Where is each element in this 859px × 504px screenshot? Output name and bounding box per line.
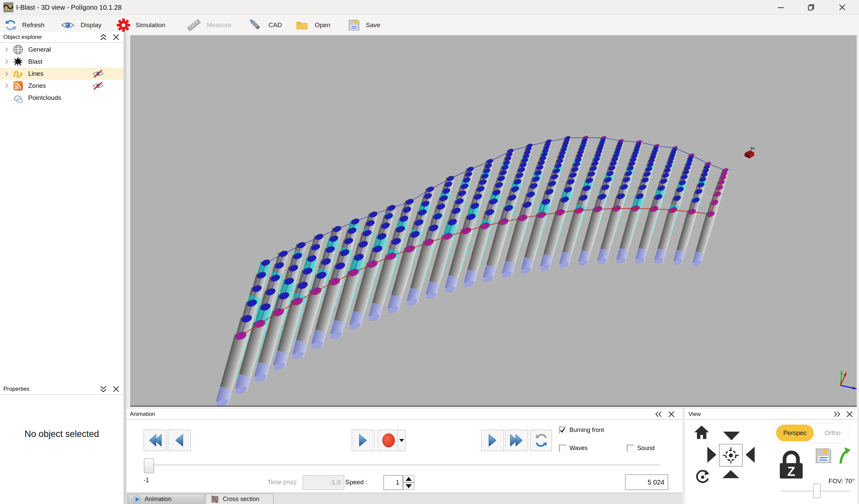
center-view-button[interactable] [719,444,742,467]
time-field[interactable]: -1.0 [303,475,344,490]
collapse-left-icon[interactable] [655,411,663,418]
pan-up-button[interactable] [722,470,739,478]
expand-panel-icon[interactable] [99,386,107,392]
stepper-down-button[interactable] [403,483,415,490]
counter-value: 5 024 [648,478,664,486]
tab-label: Animation [145,495,171,503]
tab-animation[interactable]: Animation [127,493,205,504]
down-arrow-icon [406,484,412,488]
pan-down-button[interactable] [723,431,740,440]
sound-checkbox[interactable]: Sound [627,445,655,452]
sidebar-item-label: Zones [28,82,46,90]
speed-field[interactable]: 1 [383,475,403,490]
expand-chevron-icon[interactable] [4,59,10,64]
zones-icon [13,80,24,91]
tab-cross-section[interactable]: Cross section [206,493,273,504]
fov-thumb[interactable] [813,484,820,498]
ortho-button[interactable]: Ortho [818,425,847,441]
timeline-thumb[interactable] [144,458,154,473]
object-explorer-title: Object explorer [3,34,42,41]
minimize-button[interactable] [771,0,791,15]
sidebar-item-lines[interactable]: Lines [0,68,123,80]
refresh-icon [5,19,17,31]
record-button[interactable] [377,430,406,451]
expand-chevron-icon[interactable] [4,47,10,52]
hidden-eye-icon[interactable] [92,69,104,79]
animation-header: Animation [126,409,682,420]
rotate-view-button[interactable] [694,469,710,485]
record-icon [380,433,397,448]
sidebar-item-pointclouds[interactable]: Pointclouds [0,92,123,104]
close-panel-icon[interactable] [667,411,676,418]
save-label: Save [366,21,380,29]
export-view-button[interactable] [838,447,851,464]
home-view-button[interactable] [694,425,710,440]
expand-right-icon[interactable] [833,411,841,418]
sidebar-item-blast[interactable]: Blast [0,56,123,68]
fast-forward-button[interactable] [505,430,528,451]
pan-left-button[interactable] [745,447,755,463]
stepper-up-button[interactable] [403,475,415,483]
checkbox-box[interactable] [627,445,634,452]
counter-field[interactable]: 5 024 [625,474,668,490]
waves-checkbox[interactable]: Waves [559,445,588,452]
close-button[interactable] [832,0,852,15]
loop-button[interactable] [530,430,552,451]
animation-panel: Animation [126,409,682,504]
sidebar-item-zones[interactable]: Zones [0,80,123,92]
record-dropdown[interactable] [397,430,405,451]
expand-chevron-icon[interactable] [4,83,10,89]
save-view-button[interactable] [815,447,832,464]
globe-icon [13,44,24,55]
play-button[interactable] [352,430,375,451]
view-panel: View Perspec Ortho [685,409,857,504]
panel-divider[interactable] [123,32,126,504]
properties-panel: Properties No object selected [0,384,123,504]
hidden-eye-icon[interactable] [92,81,104,91]
sidebar-item-label: Pointclouds [28,94,61,101]
pan-right-button[interactable] [707,447,717,463]
properties-header: Properties [0,384,123,394]
step-back-icon [172,434,186,447]
checkbox-box[interactable] [559,445,566,452]
open-button[interactable]: Open [295,15,330,35]
fast-forward-icon [509,434,525,447]
collapse-panel-icon[interactable] [99,34,107,41]
close-panel-icon[interactable] [112,386,120,392]
up-arrow-icon [406,477,412,481]
speed-stepper[interactable] [403,475,415,490]
perspective-button[interactable]: Perspec [776,425,814,441]
measure-button: Measure [186,15,231,35]
restore-button[interactable] [801,0,821,15]
checkbox-label: Waves [569,445,588,452]
checkmark-icon [559,427,566,434]
cad-button[interactable]: CAD [248,15,282,35]
viewport-canvas[interactable] [130,35,857,406]
play-to-end-button[interactable] [481,430,504,451]
tab-label: Cross section [223,495,259,503]
open-folder-icon [295,19,310,31]
lock-z-button[interactable]: Z [778,446,805,480]
save-floppy-icon [348,19,360,31]
cad-label: CAD [269,21,282,29]
tree-indent [4,95,10,100]
animation-tab-icon [133,495,141,504]
close-panel-icon[interactable] [112,34,120,41]
close-panel-icon[interactable] [846,411,854,418]
dropdown-arrow-icon [399,439,404,442]
save-button[interactable]: Save [348,15,380,35]
expand-chevron-icon[interactable] [4,71,10,76]
step-back-button[interactable] [168,430,191,451]
rewind-icon [147,434,163,447]
properties-title: Properties [3,386,29,392]
timeline-min-label: -1 [144,477,149,484]
timeline-track[interactable] [149,465,660,465]
burning-front-checkbox[interactable]: Burning front [559,427,604,434]
sidebar-item-general[interactable]: General [0,44,123,56]
fov-label: FOV: 70° [804,477,855,485]
rewind-button[interactable] [144,430,166,451]
main-toolbar: Refresh Display Simulation [0,15,859,35]
checkbox-box[interactable] [559,427,566,434]
display-label: Display [80,21,101,29]
window-title: I-Blast - 3D view - Polígono 10.1.28 [16,0,122,15]
